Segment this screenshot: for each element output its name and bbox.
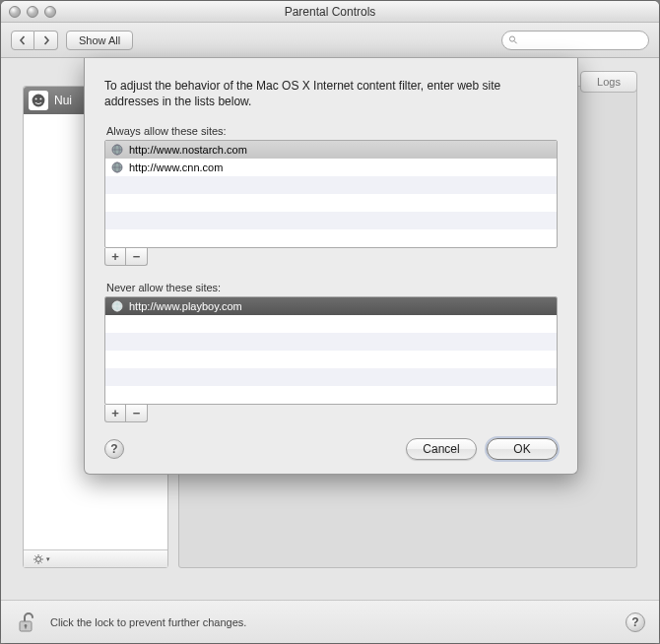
svg-point-2 <box>33 95 45 107</box>
minus-icon: − <box>133 406 141 420</box>
globe-icon <box>111 161 123 173</box>
sheet-footer: ? Cancel OK <box>104 438 558 460</box>
globe-icon <box>111 300 123 312</box>
deny-list-row[interactable] <box>105 351 557 368</box>
sidebar-action-menu[interactable]: ▾ <box>24 549 59 567</box>
close-window-button[interactable] <box>9 6 21 18</box>
svg-line-10 <box>35 555 36 556</box>
back-button[interactable] <box>11 31 34 50</box>
sheet-description: To adjust the behavior of the Mac OS X I… <box>104 78 558 109</box>
search-input[interactable] <box>522 33 642 47</box>
cancel-label: Cancel <box>423 442 459 456</box>
chevron-right-icon <box>41 35 51 45</box>
chevron-down-icon: ▾ <box>46 555 50 563</box>
allow-list-row[interactable] <box>105 194 557 212</box>
toolbar: Show All <box>1 23 659 58</box>
deny-list-row[interactable] <box>105 368 557 386</box>
allow-list-row[interactable] <box>105 176 557 194</box>
unlocked-padlock-icon <box>16 611 39 634</box>
deny-remove-button[interactable]: − <box>126 405 148 422</box>
tab-logs-label: Logs <box>597 76 621 88</box>
ok-label: OK <box>513 442 530 456</box>
lock-button[interactable] <box>15 610 40 635</box>
site-url: http://www.playboy.com <box>129 300 242 312</box>
site-url: http://www.nostarch.com <box>129 144 247 156</box>
svg-line-12 <box>35 561 36 562</box>
deny-list[interactable]: http://www.playboy.com <box>104 296 558 405</box>
deny-plus-minus: + − <box>104 405 558 422</box>
minus-icon: − <box>133 249 141 264</box>
sidebar-footer <box>59 549 167 567</box>
window-title: Parental Controls <box>1 5 659 19</box>
help-button[interactable]: ? <box>626 612 645 632</box>
search-field[interactable] <box>501 31 649 50</box>
gear-icon <box>33 553 44 565</box>
lock-text: Click the lock to prevent further change… <box>50 616 246 628</box>
plus-icon: + <box>111 249 119 264</box>
svg-rect-25 <box>25 625 26 628</box>
help-button[interactable]: ? <box>104 439 124 459</box>
minimize-window-button[interactable] <box>27 6 38 18</box>
allow-label: Always allow these sites: <box>104 125 558 137</box>
svg-point-4 <box>39 97 41 99</box>
website-filter-sheet: To adjust the behavior of the Mac OS X I… <box>84 58 578 475</box>
show-all-button[interactable]: Show All <box>66 31 133 50</box>
plus-icon: + <box>111 406 119 420</box>
allow-list-row[interactable]: http://www.nostarch.com <box>105 141 557 159</box>
svg-point-0 <box>509 36 514 41</box>
show-all-label: Show All <box>79 34 120 46</box>
traffic-lights <box>9 6 56 18</box>
deny-list-row[interactable] <box>105 333 557 351</box>
user-avatar-icon <box>29 91 48 110</box>
deny-list-row[interactable]: http://www.playboy.com <box>105 297 557 315</box>
ok-button[interactable]: OK <box>487 438 558 460</box>
chevron-left-icon <box>18 35 28 45</box>
svg-line-11 <box>40 561 41 562</box>
search-icon <box>508 34 518 45</box>
cancel-button[interactable]: Cancel <box>406 438 477 460</box>
zoom-window-button[interactable] <box>44 6 56 18</box>
window-footer: Click the lock to prevent further change… <box>1 600 659 643</box>
allow-list-row[interactable]: http://www.cnn.com <box>105 159 557 176</box>
prefs-window: Parental Controls Show All Logs <box>0 0 660 644</box>
tab-logs[interactable]: Logs <box>580 71 637 93</box>
deny-add-button[interactable]: + <box>104 405 126 422</box>
nav-group <box>11 31 58 50</box>
allow-list[interactable]: http://www.nostarch.com http://www.cnn.c… <box>104 140 558 248</box>
allow-list-row[interactable] <box>105 229 557 247</box>
allow-list-row[interactable] <box>105 212 557 229</box>
site-url: http://www.cnn.com <box>129 161 223 173</box>
svg-point-3 <box>35 97 37 99</box>
deny-list-row[interactable] <box>105 386 557 404</box>
deny-list-row[interactable] <box>105 315 557 333</box>
allow-remove-button[interactable]: − <box>126 248 148 266</box>
globe-icon <box>111 144 123 156</box>
allow-add-button[interactable]: + <box>104 248 126 266</box>
footer-help: ? <box>626 612 645 632</box>
allow-plus-minus: + − <box>104 248 558 266</box>
svg-line-1 <box>514 41 516 43</box>
content-area: Logs Nui ▾ To adjust the behavior of the… <box>1 58 659 600</box>
forward-button[interactable] <box>34 31 58 50</box>
svg-line-13 <box>40 555 41 556</box>
titlebar: Parental Controls <box>1 1 659 23</box>
deny-label: Never allow these sites: <box>104 282 558 293</box>
svg-point-5 <box>36 556 41 561</box>
user-name: Nui <box>54 94 72 107</box>
